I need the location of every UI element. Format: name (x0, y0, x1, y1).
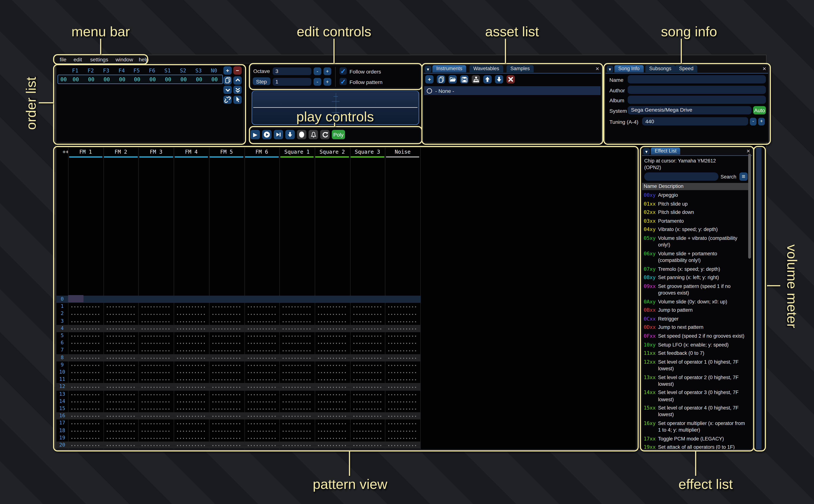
pattern-cell[interactable] (317, 412, 346, 420)
order-cell[interactable]: 00 (196, 76, 202, 82)
pattern-row-16[interactable]: 16 (56, 412, 420, 420)
pattern-cell[interactable] (71, 361, 100, 369)
pattern-cell[interactable] (71, 383, 100, 391)
pattern-cell[interactable] (352, 420, 382, 427)
pattern-cell[interactable] (141, 427, 170, 434)
pattern-cell[interactable] (212, 391, 241, 398)
channel-header-fm-3[interactable]: FM 3 (150, 149, 162, 155)
pattern-cell[interactable] (106, 340, 135, 347)
pattern-cell[interactable] (282, 376, 311, 383)
pattern-cell[interactable] (282, 434, 311, 442)
name-input[interactable] (628, 75, 766, 83)
pattern-cell[interactable] (388, 427, 417, 434)
pattern-cell[interactable] (388, 340, 417, 347)
pattern-cell[interactable] (352, 318, 382, 325)
pattern-row-12[interactable]: 12 (56, 383, 420, 391)
menu-item-settings[interactable]: settings (90, 56, 108, 62)
pattern-cell[interactable] (141, 325, 170, 332)
pattern-cell[interactable] (388, 434, 417, 442)
pattern-cell[interactable] (282, 420, 311, 427)
pattern-cell[interactable] (352, 369, 382, 376)
effect-row-09xx[interactable]: 09xxSet groove pattern (speed 1 if no gr… (644, 283, 749, 296)
pattern-cell[interactable] (176, 442, 205, 449)
instrument-list-item[interactable]: - None - (424, 86, 601, 95)
effect-row-13xx[interactable]: 13xxSet level of operator 2 (0 highest, … (644, 374, 749, 387)
order-cell[interactable]: 00 (180, 76, 187, 82)
channel-header-noise[interactable]: Noise (395, 149, 411, 155)
channel-header-fm-1[interactable]: FM 1 (79, 149, 92, 155)
menu-item-edit[interactable]: edit (74, 56, 82, 62)
order-deep-clone-button[interactable] (223, 95, 232, 104)
pattern-cell[interactable] (176, 332, 205, 340)
pattern-cell[interactable] (71, 369, 100, 376)
order-cell[interactable]: 00 (119, 76, 125, 82)
pattern-cell[interactable] (317, 376, 346, 383)
pattern-cell[interactable] (141, 318, 170, 325)
play-pattern-button[interactable] (262, 130, 271, 139)
pattern-row-15[interactable]: 15 (56, 405, 420, 412)
pattern-cell[interactable] (141, 354, 170, 361)
pattern-cell[interactable] (176, 340, 205, 347)
pattern-cell[interactable] (106, 427, 135, 434)
pattern-cell[interactable] (71, 340, 100, 347)
pattern-cell[interactable] (176, 325, 205, 332)
pattern-cell[interactable] (176, 405, 205, 412)
tab-subsongs[interactable]: Subsongs (645, 65, 675, 72)
pattern-cell[interactable] (352, 412, 382, 420)
pattern-cell[interactable] (282, 325, 311, 332)
pattern-cell[interactable] (352, 434, 382, 442)
pattern-cell[interactable] (317, 361, 346, 369)
channel-header-square-3[interactable]: Square 3 (355, 149, 380, 155)
pattern-cell[interactable] (212, 376, 241, 383)
step-button[interactable]: Step (253, 77, 270, 85)
pattern-cell[interactable] (176, 383, 205, 391)
pattern-cell[interactable] (212, 325, 241, 332)
pattern-cell[interactable] (212, 347, 241, 354)
pattern-cell[interactable] (282, 340, 311, 347)
pattern-cell[interactable] (388, 325, 417, 332)
order-cell[interactable]: 00 (104, 76, 110, 82)
pattern-cell[interactable] (317, 310, 346, 318)
menu-item-help[interactable]: help (139, 56, 149, 62)
octave-decrease-button[interactable]: - (313, 67, 321, 75)
pattern-row-10[interactable]: 10 (56, 369, 420, 376)
pattern-cell[interactable] (352, 332, 382, 340)
system-input[interactable]: Sega Genesis/Mega Drive (628, 106, 752, 114)
pattern-cell[interactable] (282, 310, 311, 318)
pattern-cell[interactable] (71, 442, 100, 449)
pattern-cell[interactable] (282, 369, 311, 376)
pattern-row-6[interactable]: 6 (56, 340, 420, 347)
pattern-cell[interactable] (106, 376, 135, 383)
pattern-cell[interactable] (282, 383, 311, 391)
record-button[interactable] (297, 130, 306, 139)
pattern-cell[interactable] (176, 347, 205, 354)
pattern-row-1[interactable]: 1 (56, 303, 420, 310)
pattern-cell[interactable] (176, 434, 205, 442)
pattern-cell[interactable] (106, 442, 135, 449)
pattern-cell[interactable] (212, 383, 241, 391)
pattern-cell[interactable] (176, 369, 205, 376)
order-edit-mode-button[interactable] (233, 95, 242, 104)
pattern-cell[interactable] (317, 354, 346, 361)
pattern-cell[interactable] (247, 434, 276, 442)
channel-header-fm-5[interactable]: FM 5 (220, 149, 233, 155)
pattern-cell[interactable] (282, 412, 311, 420)
pattern-cell[interactable] (212, 303, 241, 310)
pattern-cell[interactable] (352, 303, 382, 310)
effect-list-scrollbar[interactable] (748, 154, 751, 259)
effect-row-10xy[interactable]: 10xySetup LFO (x: enable; y: speed) (644, 341, 749, 348)
close-icon[interactable]: × (596, 65, 599, 72)
play-button[interactable]: ▶ (250, 130, 260, 139)
pattern-cell[interactable] (247, 412, 276, 420)
pattern-cell[interactable] (352, 361, 382, 369)
step-decrease-button[interactable]: - (313, 78, 321, 86)
pattern-cell[interactable] (176, 361, 205, 369)
close-icon[interactable]: × (747, 148, 750, 154)
pattern-cell[interactable] (247, 391, 276, 398)
pattern-cell[interactable] (317, 427, 346, 434)
pattern-cell[interactable] (388, 412, 417, 420)
pattern-cell[interactable] (106, 347, 135, 354)
pattern-cell[interactable] (247, 361, 276, 369)
pattern-cell[interactable] (106, 332, 135, 340)
pattern-cell[interactable] (176, 427, 205, 434)
